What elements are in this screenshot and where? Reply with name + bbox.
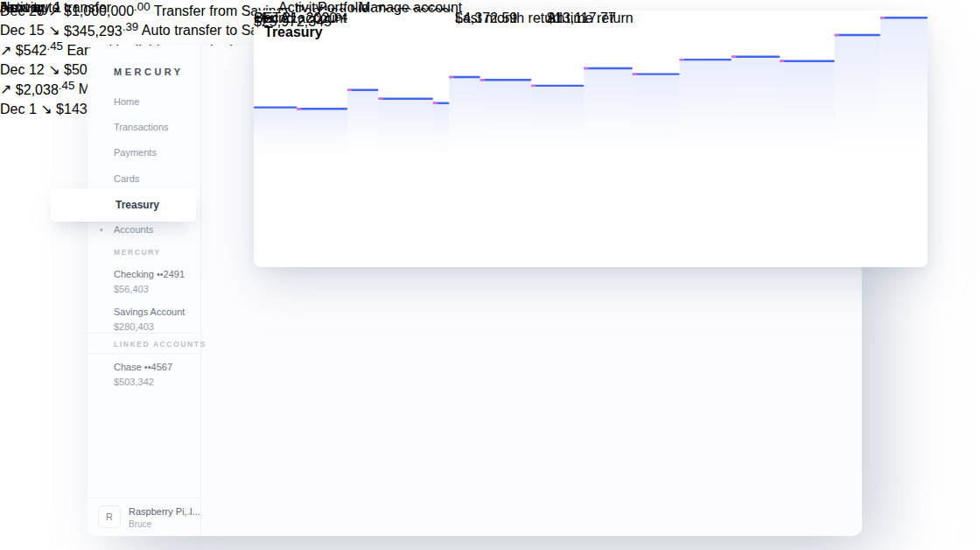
chart-step-line xyxy=(880,17,928,18)
row-amount: $345,293.39 xyxy=(64,24,138,39)
account-balance: $280,403 xyxy=(114,321,154,332)
row-amount: $2,038.45 xyxy=(16,82,74,97)
row-date: Dec 15 xyxy=(0,24,45,39)
linked-accounts-label: LINKED ACCOUNTS xyxy=(114,340,206,349)
direction-arrow-icon: ↘ xyxy=(48,62,60,77)
chart-step-line xyxy=(254,106,297,108)
sidebar-account-savings[interactable]: Savings Account xyxy=(114,307,185,317)
sidebar-item-payments[interactable]: Payments xyxy=(114,147,157,158)
direction-arrow-icon: ↗ xyxy=(0,43,11,58)
chevron-down-icon: ▾ xyxy=(100,227,103,234)
chart-junction-tick xyxy=(780,60,784,62)
chart-junction-tick xyxy=(531,85,536,87)
chart-step-line xyxy=(835,34,880,36)
row-date: Dec 12 xyxy=(0,62,45,77)
next-transfer-label: Next auto transfer xyxy=(0,0,111,16)
accounts-toggle[interactable]: Accounts xyxy=(114,224,153,235)
chart-junction-tick xyxy=(347,89,352,91)
mercury-section-label: MERCURY xyxy=(114,248,161,257)
sidebar-account-chase[interactable]: Chase ••4567 xyxy=(114,362,172,372)
chart-junction-tick xyxy=(584,67,588,69)
sidebar-item-treasury-active[interactable]: Treasury xyxy=(51,188,196,222)
sidebar-item-cards[interactable]: Cards xyxy=(114,173,139,184)
chart-junction-tick xyxy=(297,108,301,109)
all-time-return-label: All time return xyxy=(547,11,634,26)
direction-arrow-icon: ↘ xyxy=(40,102,52,116)
chart-junction-tick xyxy=(732,56,736,58)
chart-step-line xyxy=(297,108,347,109)
chart-step-line xyxy=(584,67,632,69)
balance-step-chart xyxy=(254,11,928,161)
sidebar-account-checking[interactable]: Checking ••2491 xyxy=(114,269,185,279)
user-subtitle: Bruce xyxy=(129,519,151,529)
tab-activity[interactable]: Activity xyxy=(278,0,323,16)
chart-junction-tick xyxy=(449,76,453,78)
sidebar-item-transactions[interactable]: Transactions xyxy=(114,122,169,132)
account-balance: $56,403 xyxy=(114,284,149,294)
chart-junction-tick xyxy=(835,34,839,36)
chart-step-line xyxy=(780,60,834,62)
chart-junction-tick xyxy=(633,73,637,74)
chart-step-line xyxy=(680,59,732,60)
chart-junction-tick xyxy=(880,17,885,18)
tab-manage-account[interactable]: Manage account xyxy=(359,0,462,16)
divider xyxy=(88,333,201,334)
divider xyxy=(88,497,201,498)
row-amount: $542.45 xyxy=(16,43,63,58)
chart-junction-tick xyxy=(680,59,684,60)
direction-arrow-icon: ↗ xyxy=(0,82,11,97)
chart-step-line xyxy=(480,79,532,81)
chart-step-line xyxy=(531,85,584,87)
chart-step-line xyxy=(347,89,378,91)
chart-step-line xyxy=(633,73,680,74)
divider xyxy=(88,353,201,354)
chart-step-line xyxy=(449,76,480,78)
avatar[interactable]: R xyxy=(98,505,121,528)
chart-junction-tick xyxy=(433,102,438,103)
row-date: Dec 1 xyxy=(0,102,37,116)
direction-arrow-icon: ↘ xyxy=(48,24,60,39)
chart-step-line xyxy=(378,98,432,100)
treasury-summary-card: Treasury BETA +Fund account $25,972,345.… xyxy=(254,11,928,267)
mercury-logo: MERCURY xyxy=(114,67,184,77)
treasury-page: MERCURY Home Transactions Payments Cards… xyxy=(0,0,980,550)
account-balance: $503,342 xyxy=(114,377,154,387)
sidebar-item-home[interactable]: Home xyxy=(114,96,139,107)
chart-junction-tick xyxy=(378,98,382,100)
chart-step-line xyxy=(732,56,780,58)
chart-junction-tick xyxy=(480,79,485,81)
collapse-chevron-icon[interactable]: ⌃ xyxy=(186,511,192,521)
